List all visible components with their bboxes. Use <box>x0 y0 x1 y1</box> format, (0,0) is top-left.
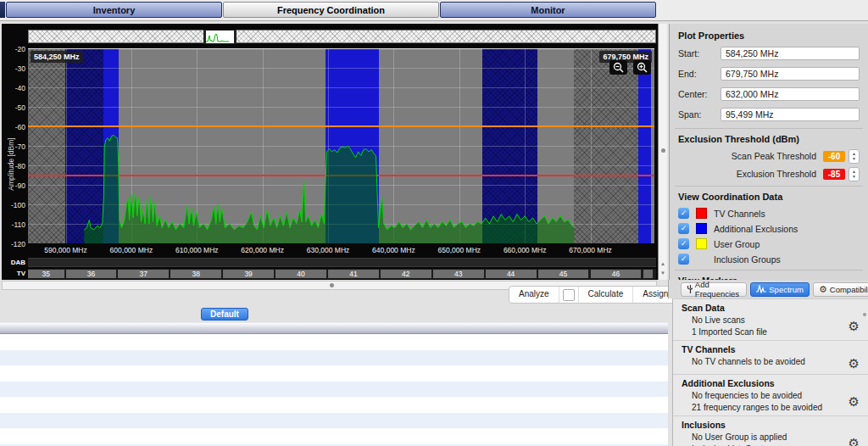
tab-frequency-coordination[interactable]: Frequency Coordination <box>223 2 439 18</box>
checkbox-row: ✓TV Channels <box>678 208 860 219</box>
x-tick-label: 600,000 MHz <box>102 246 161 254</box>
section-line: 21 frequency ranges to be avoided <box>692 402 849 414</box>
threshold-stepper[interactable]: ▲▼ <box>849 149 860 164</box>
spectrum-plot-panel: Amplitude [dBm] -20-30-40-50-60-70-80-90… <box>2 24 667 280</box>
tab-monitor[interactable]: Monitor <box>440 2 656 18</box>
exclusion-threshold-title: Exclusion Threshold (dBm) <box>678 134 860 144</box>
tv-channel-cell[interactable]: 41 <box>328 270 381 278</box>
coordination-default-tab[interactable]: Default (0/0) <box>201 308 248 321</box>
section-line: 1 Imported Scan file <box>692 326 849 338</box>
overview-mini-trace <box>206 31 229 42</box>
tv-channel-cell[interactable] <box>643 270 655 278</box>
window-edge <box>0 2 5 18</box>
x-axis-ticks: 590,000 MHz600,000 MHz610,000 MHz620,000… <box>28 246 656 256</box>
spectrum-sections-panel: Scan DataNo Live scans1 Imported Scan fi… <box>672 298 868 446</box>
divider <box>675 270 863 270</box>
table-row[interactable] <box>0 334 668 350</box>
spectrum-overview-bar[interactable] <box>28 30 656 43</box>
spectrum-waveform-icon <box>756 285 766 293</box>
gear-icon[interactable]: ⚙ <box>849 356 860 371</box>
section-lines: No User Group is appliedInclusion List: … <box>692 432 849 446</box>
gear-icon: ⚙ <box>819 284 827 295</box>
divider <box>675 128 863 129</box>
analyze-button[interactable]: Analyze <box>509 287 559 303</box>
gear-icon[interactable]: ⚙ <box>849 319 860 334</box>
table-row[interactable] <box>0 397 668 413</box>
divider <box>675 186 863 187</box>
tv-channel-cell[interactable]: 43 <box>433 270 486 278</box>
checkbox-checked[interactable]: ✓ <box>678 208 689 219</box>
section-additional-exclusions: Additional ExclusionsNo frequencies to b… <box>673 375 868 416</box>
tv-channel-cell[interactable]: 39 <box>223 270 275 278</box>
tv-channel-cell[interactable]: 46 <box>591 270 643 278</box>
section-lines: No frequencies to be avoided21 frequency… <box>692 390 849 413</box>
tab-inventory[interactable]: Inventory <box>6 2 222 18</box>
section-title: Inclusions <box>682 420 863 430</box>
table-row[interactable] <box>0 350 668 366</box>
zoom-out-button[interactable] <box>609 60 627 75</box>
y-tick-label: -20 <box>3 45 25 53</box>
tv-channel-cell[interactable]: 42 <box>381 270 433 278</box>
table-row[interactable] <box>0 382 668 398</box>
field-input-span[interactable] <box>721 108 860 121</box>
y-tick-label: -110 <box>3 220 25 229</box>
field-input-center[interactable] <box>721 87 860 101</box>
plot-vertical-scrollbar[interactable]: ▲ ▼ <box>658 24 667 280</box>
field-input-start[interactable] <box>721 47 860 60</box>
section-line: No TV channels to be avoided <box>692 356 849 368</box>
calculate-button[interactable]: Calculate <box>578 287 633 303</box>
plot-property-row: Center: <box>678 87 860 101</box>
spectrum-tabbar: Add Frequencies Spectrum ⚙ Compatibility <box>668 280 868 298</box>
gear-icon[interactable]: ⚙ <box>849 394 860 410</box>
y-tick-label: -80 <box>3 162 25 170</box>
tab-spectrum[interactable]: Spectrum <box>750 282 810 297</box>
plot-property-row: Span: <box>678 108 860 121</box>
tv-channel-cell[interactable]: 45 <box>538 270 591 278</box>
add-frequencies-icon <box>687 285 693 293</box>
tv-channel-cell[interactable]: 38 <box>170 270 223 278</box>
threshold-value-badge: -60 <box>823 151 845 162</box>
tab-add-frequencies[interactable]: Add Frequencies <box>681 282 747 297</box>
x-tick-label: 660,000 MHz <box>495 246 554 254</box>
tv-channel-strip[interactable]: 353637383940414243444546 <box>28 269 656 279</box>
spectrum-plot-area[interactable]: 584,250 MHz 679,750 MHz <box>28 48 654 243</box>
tv-channel-cell[interactable]: 44 <box>486 270 538 278</box>
tv-channel-cell[interactable]: 35 <box>28 270 66 278</box>
field-input-end[interactable] <box>721 67 860 81</box>
panel-scrollbar-thumb[interactable] <box>863 313 866 316</box>
threshold-value-badge: -85 <box>823 169 845 180</box>
plot-property-row: End: <box>678 67 860 81</box>
start-frequency-chip: 584,250 MHz <box>31 51 83 63</box>
section-tv-channels: TV ChannelsNo TV channels to be avoided⚙ <box>673 341 868 375</box>
zoom-in-button[interactable] <box>633 60 651 75</box>
frequency-table[interactable] <box>0 334 668 446</box>
dab-row-label: DAB <box>7 259 25 266</box>
vscroll-thumb[interactable] <box>661 148 665 153</box>
section-line: No frequencies to be avoided <box>692 390 849 402</box>
table-row[interactable] <box>0 428 668 444</box>
checkbox-checked[interactable]: ✓ <box>678 223 689 234</box>
tab-compatibility[interactable]: ⚙ Compatibility <box>813 282 868 297</box>
section-line: Inclusion List: Custom <box>692 443 849 446</box>
section-lines: No TV channels to be avoided <box>692 356 849 371</box>
main-tabbar: Inventory Frequency Coordination Monitor <box>0 0 868 21</box>
overview-zoom-window[interactable] <box>203 30 236 44</box>
x-tick-label: 610,000 MHz <box>167 246 226 254</box>
hscroll-thumb[interactable] <box>330 283 334 287</box>
scroll-up-icon[interactable]: ▲ <box>659 259 667 268</box>
tv-channel-cell[interactable]: 40 <box>275 270 328 278</box>
frequency-table-header <box>0 322 668 335</box>
checkbox-checked[interactable]: ✓ <box>678 254 689 265</box>
section-scan-data: Scan DataNo Live scans1 Imported Scan fi… <box>673 299 868 341</box>
gear-icon[interactable]: ⚙ <box>849 436 860 446</box>
table-row[interactable] <box>0 413 668 429</box>
table-row[interactable] <box>0 365 668 382</box>
tv-channel-cell[interactable]: 37 <box>118 270 170 278</box>
section-lines: No Live scans1 Imported Scan file <box>692 315 849 337</box>
field-label: Span: <box>678 109 715 120</box>
analyze-checkbox[interactable] <box>559 287 578 303</box>
scroll-down-icon[interactable]: ▼ <box>659 269 667 277</box>
checkbox-checked[interactable]: ✓ <box>678 238 689 249</box>
tv-channel-cell[interactable]: 36 <box>66 270 119 278</box>
threshold-stepper[interactable]: ▲▼ <box>849 167 860 181</box>
